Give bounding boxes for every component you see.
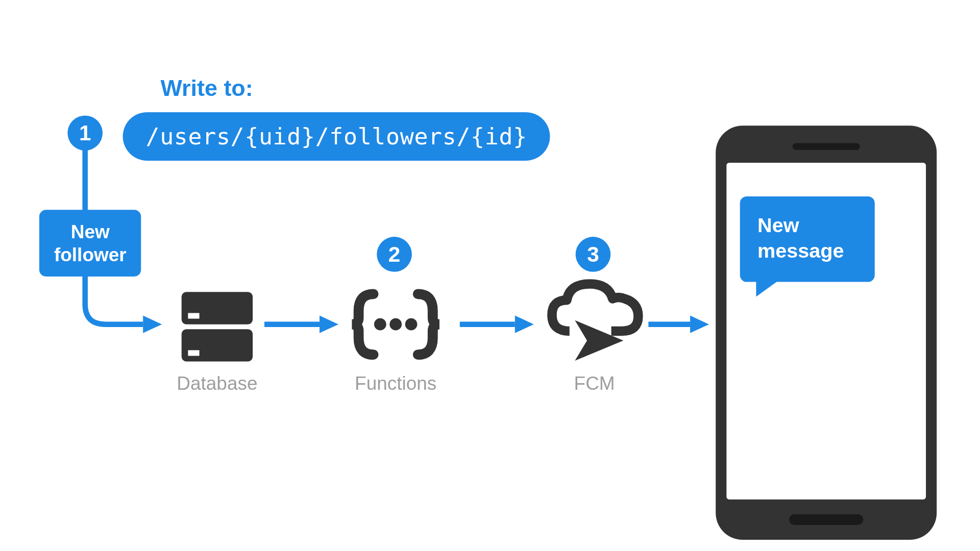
functions-label: Functions bbox=[335, 373, 456, 394]
database-path-pill: /users/{uid}/followers/{id} bbox=[123, 112, 550, 161]
arrow-database-to-functions bbox=[264, 314, 345, 335]
svg-point-9 bbox=[405, 318, 418, 331]
step-3-badge: 3 bbox=[576, 237, 611, 272]
fcm-icon bbox=[544, 279, 645, 365]
database-icon bbox=[177, 284, 257, 365]
svg-rect-1 bbox=[182, 292, 253, 324]
phone-device: New message bbox=[716, 126, 937, 540]
database-label: Database bbox=[157, 373, 278, 394]
fcm-node: FCM bbox=[534, 279, 655, 394]
bubble-line2: message bbox=[757, 239, 844, 262]
svg-rect-4 bbox=[188, 350, 199, 356]
svg-marker-13 bbox=[690, 316, 709, 333]
diagram-canvas: Write to: /users/{uid}/followers/{id} 1 … bbox=[2, 1, 978, 550]
svg-marker-11 bbox=[515, 316, 534, 333]
write-to-label: Write to: bbox=[161, 75, 253, 101]
fcm-label: FCM bbox=[534, 373, 655, 394]
svg-point-8 bbox=[389, 318, 402, 331]
arrow-functions-to-fcm bbox=[460, 314, 541, 335]
new-message-bubble: New message bbox=[740, 196, 875, 282]
bubble-line1: New bbox=[757, 214, 799, 236]
database-node: Database bbox=[157, 284, 278, 394]
svg-rect-2 bbox=[188, 313, 199, 319]
step-2-badge: 2 bbox=[377, 237, 412, 272]
arrow-fcm-to-phone bbox=[648, 314, 716, 335]
functions-icon bbox=[345, 284, 446, 365]
step-1-badge: 1 bbox=[67, 115, 103, 151]
svg-point-7 bbox=[374, 318, 386, 331]
phone-screen: New message bbox=[726, 163, 926, 499]
svg-rect-3 bbox=[182, 329, 253, 361]
functions-node: Functions bbox=[335, 284, 456, 394]
